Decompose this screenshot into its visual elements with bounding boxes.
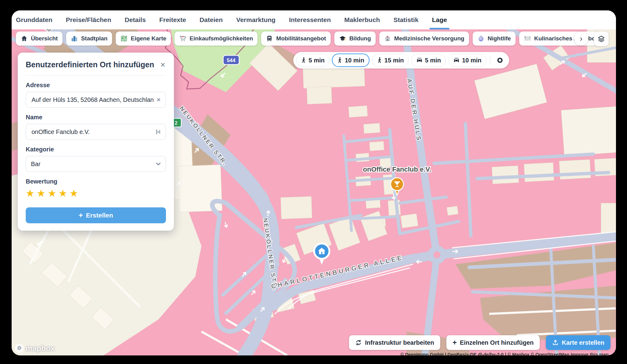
toolbar-medizinische-versorgung[interactable]: Medizinische Versorgung (379, 32, 469, 46)
address-input[interactable] (31, 96, 154, 104)
upload-icon (552, 339, 559, 346)
car-icon (416, 57, 423, 63)
create-place-button[interactable]: + Erstellen (26, 207, 166, 223)
app-window: Grunddaten Preise/Flächen Details Freite… (12, 10, 616, 355)
filter-walk-15min[interactable]: 15 min (372, 54, 409, 67)
house-icon (21, 35, 28, 42)
filter-walk-5min[interactable]: 5 min (296, 54, 329, 67)
tab-grunddaten[interactable]: Grunddaten (16, 10, 52, 29)
disco-ball-icon (477, 35, 485, 42)
name-field-wrap (26, 124, 166, 140)
address-field-wrap: × (26, 92, 166, 108)
divider (490, 56, 490, 65)
layers-button[interactable] (594, 32, 609, 46)
close-icon[interactable]: × (160, 60, 166, 70)
map-category-toolbar: Übersicht Stadtplan Eigene Karte Einkauf… (16, 32, 600, 46)
shield-544: 544 (227, 58, 236, 63)
toolbar-eigene-karte[interactable]: Eigene Karte (116, 32, 171, 46)
onoffice-mark-icon (155, 129, 161, 135)
tab-details[interactable]: Details (125, 10, 146, 29)
walk-icon (377, 57, 382, 64)
walk-icon (301, 57, 306, 64)
rating-label: Bewertung (26, 178, 166, 185)
toolbar-uebersicht[interactable]: Übersicht (16, 32, 62, 46)
tab-lage[interactable]: Lage (432, 10, 447, 29)
hospital-icon (384, 35, 391, 42)
tab-preise-flaechen[interactable]: Preise/Flächen (66, 10, 111, 29)
mapbox-pin-icon (14, 343, 24, 354)
street-label-auf-der-huels: AUF DER HÜLS (406, 78, 422, 142)
graduation-cap-icon (339, 35, 346, 42)
home-marker[interactable] (313, 243, 330, 265)
filter-walk-10min[interactable]: 10 min (332, 54, 369, 67)
rating-stars[interactable]: ★★★★★ (26, 188, 166, 199)
create-map-button[interactable]: Karte erstellen (546, 335, 610, 350)
shopping-cart-icon (179, 35, 186, 42)
add-single-place-button[interactable]: + Einzelnen Ort hinzufügen (446, 335, 540, 350)
map-attribution[interactable]: © DeepImmo GmbH | GeoBasis-DE dl-de/by-2… (400, 352, 609, 355)
mapbox-logo[interactable]: mapbox (14, 343, 55, 354)
address-label: Adresse (26, 82, 166, 89)
chevron-down-icon (156, 162, 161, 165)
category-select[interactable]: Bar (26, 156, 166, 172)
tab-dateien[interactable]: Dateien (200, 10, 223, 29)
tab-maklerbuch[interactable]: Maklerbuch (344, 10, 380, 29)
toolbar-bildung[interactable]: Bildung (334, 32, 376, 46)
name-label: Name (26, 114, 166, 121)
map-icon (120, 35, 128, 42)
edit-infrastructure-button[interactable]: Infrastruktur bearbeiten (349, 335, 440, 350)
category-value: Bar (31, 161, 40, 168)
eye-icon (496, 57, 504, 64)
metro-icon (266, 35, 273, 42)
car-icon (453, 57, 460, 63)
add-custom-place-panel: Benutzerdefinierten Ort hinzufügen × Adr… (18, 53, 174, 231)
filter-car-5min[interactable]: 5 min (411, 54, 446, 67)
toolbar-nightlife[interactable]: Nightlife (473, 32, 516, 46)
toolbar-stadtplan[interactable]: Stadtplan (66, 32, 112, 46)
panel-header: Benutzerdefinierten Ort hinzufügen × (26, 60, 166, 76)
isochrone-visibility-button[interactable] (494, 54, 506, 67)
tab-vermarktung[interactable]: Vermarktung (236, 10, 276, 29)
toolbar-scroll-next-button[interactable]: › (574, 32, 588, 46)
tab-freitexte[interactable]: Freitexte (159, 10, 186, 29)
tab-bar: Grunddaten Preise/Flächen Details Freite… (12, 10, 616, 29)
name-input[interactable] (31, 128, 155, 136)
category-label: Kategorie (26, 146, 166, 153)
shield-2: 2 (175, 120, 177, 126)
city-icon (71, 35, 78, 42)
tab-statistik[interactable]: Statistik (393, 10, 419, 29)
map-viewport[interactable]: NEUKÖLLNER STR. NEUKÖLLNER STR. AUF DER … (12, 29, 616, 355)
layers-icon (597, 35, 605, 43)
map-action-bar: Infrastruktur bearbeiten + Einzelnen Ort… (349, 335, 610, 350)
toolbar-einkaufsmoeglichkeiten[interactable]: Einkaufsmöglichkeiten (175, 32, 257, 46)
chevron-right-icon: › (580, 34, 583, 43)
poi-label: onOffice Fanclub e.V. (363, 165, 431, 173)
refresh-icon (355, 339, 362, 346)
panel-title: Benutzerdefinierten Ort hinzufügen (26, 60, 154, 69)
walk-icon (337, 57, 343, 64)
plus-icon: + (79, 211, 83, 220)
filter-car-10min[interactable]: 10 min (448, 54, 486, 67)
clear-address-icon[interactable]: × (156, 96, 161, 103)
plus-icon: + (452, 338, 457, 347)
dining-icon (524, 35, 531, 42)
mapbox-wordmark: mapbox (26, 344, 55, 353)
tab-interessenten[interactable]: Interessenten (289, 10, 331, 29)
toolbar-mobilitaetsangebot[interactable]: Mobilitätsangebot (261, 32, 331, 46)
travel-time-filter: 5 min 10 min 15 min 5 min 10 min (293, 52, 509, 69)
